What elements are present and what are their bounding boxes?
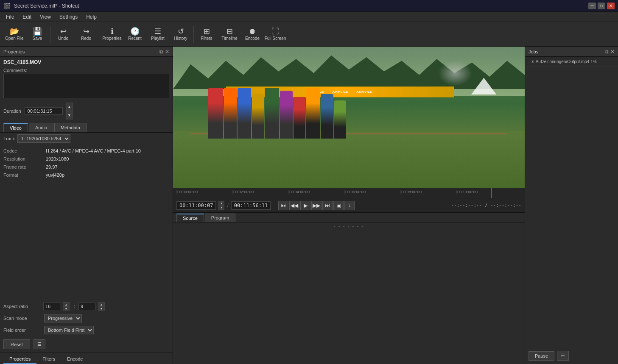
- properties-float-button[interactable]: ⧉: [159, 49, 163, 55]
- drag-handle[interactable]: • • • • • • •: [173, 224, 525, 228]
- title-bar: 🎬 Secret Service.mlt* - Shotcut ─ □ ✕: [0, 0, 618, 12]
- history-button[interactable]: ↺ History: [170, 23, 192, 45]
- timecode-down[interactable]: ▼: [218, 206, 224, 210]
- play-button[interactable]: ▶: [300, 201, 310, 210]
- menu-edit[interactable]: Edit: [18, 13, 36, 21]
- save-label: Save: [33, 36, 42, 41]
- menu-view[interactable]: View: [36, 13, 55, 21]
- bottom-tab-properties[interactable]: Properties: [3, 355, 36, 364]
- encode-icon: ⏺: [249, 28, 256, 35]
- skip-to-start-button[interactable]: ⏮: [278, 201, 288, 210]
- current-timecode[interactable]: 00:11:00:07: [176, 201, 216, 210]
- scan-mode-select[interactable]: Progressive: [44, 314, 82, 322]
- source-tab[interactable]: Source: [176, 214, 204, 222]
- timeline-button[interactable]: ⊟ Timeline: [218, 23, 240, 45]
- filters-icon: ⊞: [204, 28, 210, 35]
- menu-settings[interactable]: Settings: [55, 13, 82, 21]
- frame-forward-button[interactable]: ▶▶: [311, 201, 322, 210]
- aspect-w-input[interactable]: [43, 303, 60, 310]
- properties-menu-button[interactable]: ☰: [34, 339, 45, 349]
- close-button[interactable]: ✕: [607, 3, 615, 9]
- duration-down[interactable]: ▼: [66, 111, 73, 119]
- tab-video[interactable]: Video: [3, 123, 28, 132]
- job-item: ...s-Aufzeichnungen/Output.mp4 1%: [525, 57, 618, 67]
- center-spacer: • • • • • • •: [173, 222, 525, 364]
- aspect-w-up[interactable]: ▲: [63, 302, 70, 306]
- comments-section: Comments:: [0, 66, 173, 101]
- timecode-up[interactable]: ▲: [218, 201, 224, 206]
- video-frame: AMMVILE AMMVILE AMMVILE: [173, 47, 525, 188]
- jobs-menu-button[interactable]: ☰: [557, 351, 569, 361]
- menu-help[interactable]: Help: [82, 13, 101, 21]
- properties-panel-header: Properties ⧉ ✕: [0, 47, 173, 57]
- playlist-label: Playlist: [151, 36, 165, 41]
- prop-resolution: Resolution 1920x1080: [3, 155, 169, 163]
- ruler-tick-0: |00:00:00:00: [176, 190, 198, 194]
- open-file-icon: 📂: [10, 28, 19, 35]
- minimize-button[interactable]: ─: [588, 3, 596, 9]
- aspect-h-input[interactable]: [78, 303, 95, 310]
- timeline-icon: ⊟: [227, 28, 233, 35]
- duration-input[interactable]: [25, 107, 63, 115]
- maximize-button[interactable]: □: [598, 3, 605, 9]
- menu-bar: File Edit View Settings Help: [0, 12, 618, 22]
- toolbar-separator-2: [99, 26, 99, 43]
- playlist-button[interactable]: ☰ Playlist: [147, 23, 169, 45]
- aspect-h-down[interactable]: ▼: [98, 306, 105, 311]
- bottom-panel-tabs: Properties Filters Encode: [0, 353, 173, 364]
- properties-icon: ℹ: [111, 28, 114, 35]
- framerate-value: 29.97: [46, 164, 169, 169]
- properties-button[interactable]: ℹ Properties: [101, 23, 123, 45]
- window-title: Secret Service.mlt* - Shotcut: [14, 3, 79, 9]
- pause-button[interactable]: Pause: [529, 351, 554, 361]
- menu-file[interactable]: File: [2, 13, 18, 21]
- undo-button[interactable]: ↩ Undo: [52, 23, 74, 45]
- riders: [208, 75, 507, 139]
- duration-label: Duration: [3, 108, 21, 114]
- recent-button[interactable]: 🕐 Recent: [124, 23, 146, 45]
- tab-metadata[interactable]: Metadata: [54, 123, 87, 132]
- video-display: AMMVILE AMMVILE AMMVILE: [173, 47, 525, 188]
- redo-icon: ↪: [83, 28, 89, 35]
- skip-to-end-button[interactable]: ⏭: [322, 201, 333, 210]
- timeline-label: Timeline: [221, 36, 237, 41]
- bottom-tab-encode[interactable]: Encode: [61, 355, 89, 364]
- bottom-tab-filters[interactable]: Filters: [36, 355, 61, 364]
- properties-close-button[interactable]: ✕: [165, 49, 169, 55]
- reset-button[interactable]: Reset: [3, 339, 30, 349]
- fullscreen-label: Full Screen: [265, 36, 286, 41]
- filters-button[interactable]: ⊞ Filters: [196, 23, 218, 45]
- aspect-h-up[interactable]: ▲: [98, 302, 105, 306]
- field-order-select[interactable]: Bottom Field First: [44, 326, 94, 334]
- track-select[interactable]: 1: 1920x1080 h264: [17, 134, 70, 143]
- playhead[interactable]: [491, 188, 492, 198]
- rider-7: [294, 97, 305, 139]
- tab-audio[interactable]: Audio: [29, 123, 53, 132]
- video-timeline-ruler[interactable]: |00:00:00:00 |00:02:00:00 |00:04:00:00 |…: [173, 188, 525, 198]
- jobs-close-button[interactable]: ✕: [610, 49, 615, 55]
- aspect-w-down[interactable]: ▼: [63, 306, 70, 311]
- ruler-container: |00:00:00:00 |00:02:00:00 |00:04:00:00 |…: [173, 188, 525, 198]
- rider-1: [208, 88, 223, 139]
- fullscreen-button[interactable]: ⛶ Full Screen: [264, 23, 286, 45]
- encode-button[interactable]: ⏺ Encode: [241, 23, 263, 45]
- jobs-float-button[interactable]: ⧉: [605, 49, 609, 55]
- aspect-colon: :: [74, 304, 75, 309]
- resolution-value: 1920x1080: [46, 156, 169, 161]
- undo-label: Undo: [58, 36, 68, 41]
- ruler-tick-4: |00:08:00:00: [400, 190, 422, 194]
- comments-input[interactable]: [3, 74, 169, 98]
- open-file-button[interactable]: 📂 Open File: [3, 23, 25, 45]
- playlist-icon: ☰: [154, 28, 161, 35]
- encode-label: Encode: [245, 36, 260, 41]
- program-tab[interactable]: Program: [205, 214, 235, 222]
- duration-up[interactable]: ▲: [66, 103, 73, 111]
- save-button[interactable]: 💾 Save: [26, 23, 48, 45]
- toggle-button[interactable]: ▣: [333, 201, 344, 210]
- redo-button[interactable]: ↪ Redo: [75, 23, 97, 45]
- resolution-label: Resolution: [3, 156, 46, 161]
- rider-5: [265, 88, 279, 139]
- loop-button[interactable]: ↓: [344, 201, 355, 210]
- jobs-panel: Jobs ⧉ ✕ ...s-Aufzeichnungen/Output.mp4 …: [525, 47, 618, 364]
- frame-back-button[interactable]: ◀◀: [289, 201, 299, 210]
